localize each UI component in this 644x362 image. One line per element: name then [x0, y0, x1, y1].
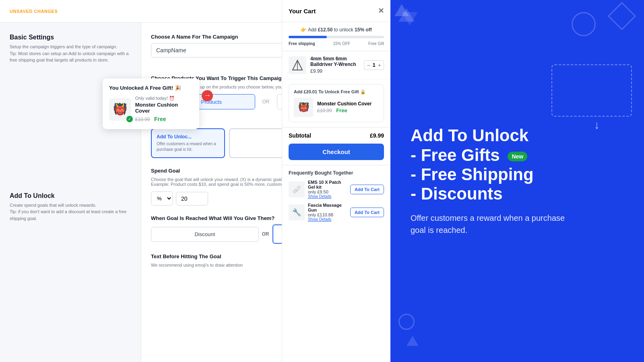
fbt-item-1-price: only £110.88 — [308, 212, 347, 217]
marketing-subtitle: Offer customers a reward when a purchase… — [411, 212, 572, 236]
progress-step-3: Free Gift — [368, 41, 384, 46]
popup-check-icon: ✓ — [126, 116, 133, 122]
marketing-line1: Add To Unlock — [411, 126, 628, 145]
marketing-panel: ↓ Add To Unlock - Free Gifts New - Free … — [390, 0, 644, 362]
card-title-0: Add To Unloc... — [157, 134, 219, 140]
free-gift-box: Add £20.01 To Unlock Free Gift 🔒 👹 Monst… — [289, 84, 384, 122]
discount-button[interactable]: Discount — [151, 227, 259, 242]
cart-panel: Your Cart ✕ 👉 Add £12.50 to unlock 15% o… — [282, 0, 390, 362]
progress-step-2: 15% OFF — [333, 41, 350, 46]
progress-text: 👉 Add £12.50 to unlock 15% off — [289, 27, 384, 33]
basic-settings-title: Basic Settings — [10, 34, 131, 41]
cart-progress-area: 👉 Add £12.50 to unlock 15% off Free ship… — [282, 22, 390, 51]
fbt-item-1: 🔧 Fascia Massage Gun only £110.88 Show D… — [289, 203, 384, 222]
unsaved-changes-label: UNSAVED CHANGES — [10, 9, 58, 14]
popup-original-price: £10.99 — [135, 117, 150, 122]
fbt-item-0: 🩹 EMS 10 X Patch Gel kit only £9.50 Show… — [289, 180, 384, 199]
progress-amount: £12.50 — [318, 27, 333, 33]
fbt-item-1-name: Fascia Massage Gun — [308, 203, 347, 212]
subtotal-value: £9.99 — [370, 132, 384, 139]
fbt-item-0-add-button[interactable]: Add To Cart — [350, 185, 384, 194]
marketing-line4: - Discounts — [411, 184, 628, 204]
fbt-item-0-name: EMS 10 X Patch Gel kit — [308, 180, 347, 189]
free-gift-name: Monster Cushion Cover — [317, 101, 372, 107]
cart-item-name: 4mm 5mm 6mm Balldriver Y-Wrench — [310, 56, 360, 67]
popup-item-name: Monster Cushion Cover — [135, 102, 193, 114]
new-badge: New — [508, 152, 527, 161]
fbt-item-1-image: 🔧 — [289, 204, 305, 220]
progress-bar-track — [289, 36, 384, 38]
free-gift-info: Monster Cushion Cover £10.99 Free — [317, 101, 372, 114]
checkout-button[interactable]: Checkout — [289, 144, 384, 160]
free-gift-sale-price: Free — [336, 107, 347, 113]
or-divider: OR — [259, 94, 273, 109]
fbt-item-1-details[interactable]: Show Details — [308, 217, 347, 222]
dashed-preview-box — [551, 64, 632, 117]
marketing-line2: - Free Gifts New — [411, 146, 628, 165]
cart-close-button[interactable]: ✕ — [378, 6, 384, 15]
popup-free-price: Free — [154, 116, 166, 122]
free-gift-item: 👹 Monster Cushion Cover £10.99 Free — [294, 98, 379, 117]
popup-item-image: 👹 ✓ — [109, 98, 131, 121]
fbt-title: Frequently Bought Together — [289, 170, 384, 176]
spend-value-input[interactable] — [176, 192, 208, 206]
add-to-unlock-desc: Create spend goals that will unlock rewa… — [10, 202, 131, 222]
percent-select[interactable]: % — [151, 191, 173, 206]
popup-prices: £10.99 Free — [135, 115, 193, 123]
fbt-item-1-info: Fascia Massage Gun only £110.88 Show Det… — [308, 203, 347, 222]
basic-settings-desc: Setup the campaign triggers and the type… — [10, 43, 131, 64]
cart-item: 4mm 5mm 6mm Balldriver Y-Wrench £9.99 − … — [282, 51, 390, 79]
free-gift-box-title: Add £20.01 To Unlock Free Gift 🔒 — [294, 89, 379, 95]
cart-item-info: 4mm 5mm 6mm Balldriver Y-Wrench £9.99 — [310, 56, 360, 74]
qty-increase-button[interactable]: + — [378, 62, 381, 68]
marketing-heading: Add To Unlock - Free Gifts New - Free Sh… — [411, 126, 628, 204]
free-gift-image: 👹 — [294, 98, 313, 117]
marketing-line3: - Free Shipping — [411, 165, 628, 184]
free-gift-original-price: £10.99 — [317, 108, 332, 113]
fbt-item-0-details[interactable]: Show Details — [308, 194, 347, 199]
qty-value: 1 — [373, 62, 376, 68]
add-to-unlock-title: Add To Unlock — [10, 192, 131, 200]
fbt-item-1-add-button[interactable]: Add To Cart — [350, 208, 384, 217]
fbt-item-0-price: only £9.50 — [308, 189, 347, 194]
popup-item: 👹 ✓ Only valid today! ⏰ Monster Cushion … — [109, 96, 193, 123]
popup-header: You Unlocked A Free Gift! 🎉 — [109, 85, 193, 91]
progress-step-1: Free shipping — [289, 41, 315, 46]
progress-steps: Free shipping 15% OFF Free Gift — [289, 41, 384, 46]
fbt-item-0-info: EMS 10 X Patch Gel kit only £9.50 Show D… — [308, 180, 347, 199]
qty-decrease-button[interactable]: − — [367, 62, 370, 68]
cart-subtotal: Subtotal £9.99 — [282, 127, 390, 144]
cart-qty-control[interactable]: − 1 + — [364, 60, 384, 70]
reward-or-divider: OR — [262, 231, 269, 237]
cart-item-price: £9.99 — [310, 68, 360, 74]
free-gift-prices: £10.99 Free — [317, 107, 372, 114]
cart-title: Your Cart — [289, 8, 316, 14]
fbt-section: Frequently Bought Together 🩹 EMS 10 X Pa… — [282, 165, 390, 230]
popup-valid-text: Only valid today! ⏰ — [135, 96, 193, 101]
free-gift-popup: You Unlocked A Free Gift! 🎉 👹 ✓ Only val… — [103, 78, 199, 129]
campaign-card-add-to-unlock[interactable]: Add To Unloc... Offer customers a reward… — [151, 128, 225, 158]
cart-item-image — [289, 56, 306, 74]
card-desc-0: Offer customers a reward when a purchase… — [157, 141, 219, 152]
fbt-item-0-image: 🩹 — [289, 181, 305, 197]
progress-percent: 15% off — [355, 27, 372, 33]
progress-bar-fill — [289, 36, 327, 38]
popup-item-info: Only valid today! ⏰ Monster Cushion Cove… — [135, 96, 193, 123]
subtotal-label: Subtotal — [289, 132, 311, 139]
